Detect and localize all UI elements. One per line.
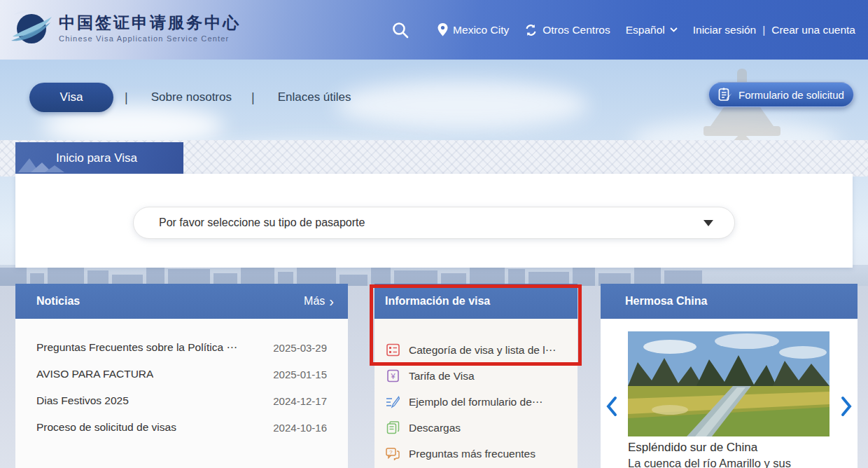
carousel-caption[interactable]: Espléndido sur de China La cuenca del rí… <box>628 440 838 468</box>
visa-info-item-tarifa[interactable]: ¥ Tarifa de Visa <box>374 363 578 389</box>
tab-enlaces-utiles[interactable]: Enlaces útiles <box>278 90 351 104</box>
news-item[interactable]: Proceso de solicitud de visas 2024-10-16 <box>15 414 348 441</box>
form-pen-icon <box>718 88 733 102</box>
main-nav: Visa | Sobre nosotros | Enlaces útiles <box>29 82 351 113</box>
site-header: 中国签证申请服务中心 Chinese Visa Application Serv… <box>0 0 868 60</box>
carousel-prev-button[interactable] <box>606 396 617 420</box>
language-label: Español <box>626 24 665 36</box>
news-item[interactable]: Preguntas Frecuentes sobre la Política ⋯… <box>15 334 348 361</box>
tab-visa[interactable]: Visa <box>29 83 113 112</box>
news-more-link[interactable]: Más › <box>304 294 334 308</box>
news-list: Preguntas Frecuentes sobre la Política ⋯… <box>15 319 348 468</box>
news-item-date: 2024-10-16 <box>265 422 327 434</box>
search-icon[interactable] <box>391 21 410 39</box>
logo-chinese-name: 中国签证申请服务中心 <box>59 13 241 32</box>
news-header: Noticias Más › <box>15 284 348 319</box>
news-item[interactable]: AVISO PARA FACTURA 2025-01-15 <box>15 361 348 387</box>
beautiful-china-carousel: Espléndido sur de China La cuenca del rí… <box>601 319 858 468</box>
visa-info-header: Información de visa <box>374 284 578 319</box>
application-form-label: Formulario de solicitud <box>738 89 844 101</box>
visa-info-item-ejemplo[interactable]: Ejemplo del formulario de⋯ <box>374 389 578 415</box>
logo-globe-icon <box>10 6 53 50</box>
svg-text:¥: ¥ <box>390 372 396 380</box>
passport-select-placeholder: Por favor seleccione su tipo de pasaport… <box>159 216 365 229</box>
visa-info-list: Categoría de visa y lista de l⋯ ¥ Tarifa… <box>374 319 578 468</box>
downloads-icon <box>386 421 400 435</box>
news-item-title: Preguntas Frecuentes sobre la Política ⋯ <box>36 341 237 354</box>
carousel-photo[interactable] <box>628 331 830 436</box>
visa-info-label: Tarifa de Visa <box>409 370 475 383</box>
more-label: Más <box>304 295 325 308</box>
news-item-date: 2024-12-17 <box>265 395 327 407</box>
visa-fee-icon: ¥ <box>386 369 400 383</box>
news-item[interactable]: Dias Festivos 2025 2024-12-17 <box>15 387 348 414</box>
application-form-button[interactable]: Formulario de solicitud <box>708 82 854 107</box>
switch-centers-icon <box>524 24 538 36</box>
tab-inicio-para-visa[interactable]: Inicio para Visa <box>15 142 183 174</box>
visa-info-item-faq[interactable]: ? Preguntas más frecuentes <box>374 441 578 467</box>
visa-info-label: Ejemplo del formulario de⋯ <box>409 396 542 408</box>
site-logo[interactable]: 中国签证申请服务中心 Chinese Visa Application Serv… <box>10 6 241 50</box>
visa-info-item-categoria[interactable]: Categoría de visa y lista de l⋯ <box>374 337 578 363</box>
header-toolbar: Mexico City Otros Centros Español Inicia… <box>391 0 855 60</box>
cloud-decoration <box>336 81 588 130</box>
logo-english-name: Chinese Visa Application Service Center <box>59 34 241 43</box>
news-title: Noticias <box>36 295 80 308</box>
select-caret-icon <box>704 220 713 226</box>
visa-info-label: Descargas <box>409 422 461 434</box>
news-item-title: Proceso de solicitud de visas <box>36 421 176 434</box>
caption-line: La cuenca del río Amarillo y sus <box>628 455 838 468</box>
visa-info-label: Categoría de visa y lista de l⋯ <box>409 344 556 357</box>
beautiful-china-panel: Hermosa China <box>601 284 858 468</box>
home-tab-label: Inicio para Visa <box>56 151 137 165</box>
nav-separator: | <box>125 90 128 105</box>
logo-text: 中国签证申请服务中心 Chinese Visa Application Serv… <box>59 13 241 43</box>
carousel-next-button[interactable] <box>841 396 852 420</box>
news-item-date: 2025-03-29 <box>265 342 327 354</box>
visa-info-title: Información de visa <box>385 295 490 308</box>
news-item-title: AVISO PARA FACTURA <box>36 368 153 380</box>
register-link[interactable]: Crear una cuenta <box>771 24 855 36</box>
caption-title: Espléndido sur de China <box>628 440 838 455</box>
visa-category-icon <box>386 343 400 357</box>
tab-sobre-nosotros[interactable]: Sobre nosotros <box>151 90 232 104</box>
auth-links: Iniciar sesión | Crear una cuenta <box>693 24 855 36</box>
faq-icon: ? <box>386 447 400 461</box>
passport-type-select[interactable]: Por favor seleccione su tipo de pasaport… <box>133 207 735 239</box>
visa-info-panel: Información de visa Categoría de visa y … <box>374 284 578 468</box>
city-skyline-band <box>0 265 868 286</box>
login-link[interactable]: Iniciar sesión <box>693 24 756 36</box>
chevron-down-icon <box>670 27 678 32</box>
other-centers-label: Otros Centros <box>542 24 610 36</box>
mountain-decoration <box>18 151 67 172</box>
auth-separator: | <box>761 24 766 36</box>
beautiful-china-header: Hermosa China <box>601 284 858 319</box>
form-sample-icon <box>386 395 400 409</box>
current-city-label: Mexico City <box>453 24 509 36</box>
beautiful-china-title: Hermosa China <box>625 295 707 308</box>
location-selector[interactable]: Mexico City <box>438 23 509 36</box>
visa-info-label: Preguntas más frecuentes <box>409 448 536 460</box>
svg-text:?: ? <box>389 449 393 455</box>
news-item-title: Dias Festivos 2025 <box>36 394 129 407</box>
nav-separator: | <box>251 90 255 105</box>
location-pin-icon <box>438 23 448 36</box>
visa-info-item-descargas[interactable]: Descargas <box>374 415 578 441</box>
page: 中国签证申请服务中心 Chinese Visa Application Serv… <box>0 0 868 468</box>
news-panel: Noticias Más › Preguntas Frecuentes sobr… <box>15 284 348 468</box>
language-selector[interactable]: Español <box>626 24 678 36</box>
chevron-right-icon: › <box>329 294 334 308</box>
news-item-date: 2025-01-15 <box>265 369 327 380</box>
other-centers-link[interactable]: Otros Centros <box>524 24 610 36</box>
